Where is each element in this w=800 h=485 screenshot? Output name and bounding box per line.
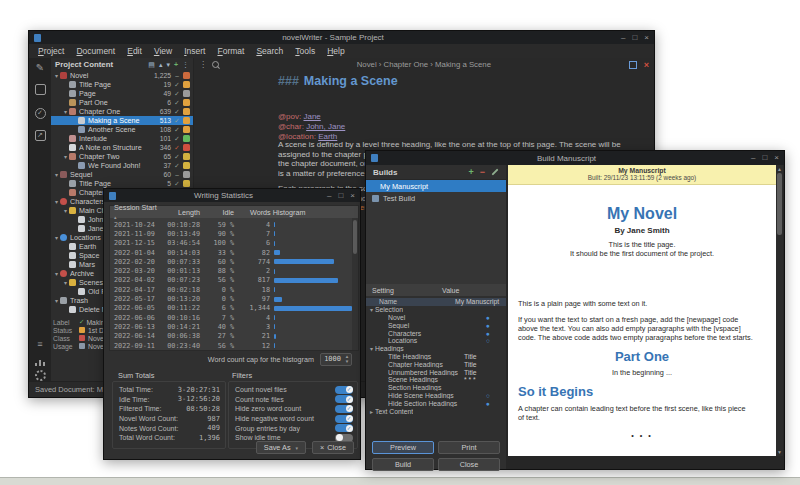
setting-row-sequel[interactable]: Sequel● <box>366 321 506 329</box>
menu-format[interactable]: Format <box>211 46 250 56</box>
preview-button[interactable]: Preview <box>372 441 434 454</box>
menu-document[interactable]: Document <box>70 46 121 56</box>
tree-arrow-icon[interactable]: ▾ <box>53 234 60 241</box>
filter-toggle[interactable]: ✓ <box>335 386 353 394</box>
setting-row-section-headings[interactable]: Section Headings <box>366 384 506 392</box>
stats-titlebar[interactable]: Writing Statistics – □ × <box>104 189 360 202</box>
close-button[interactable]: × <box>774 154 779 162</box>
tree-item-novel[interactable]: ▾Novel1,225– <box>51 71 193 80</box>
print-button[interactable]: Print <box>438 441 500 454</box>
tag-value[interactable]: John, Jane <box>306 122 345 131</box>
build-item-my-manuscript[interactable]: My Manuscript <box>366 180 506 192</box>
remove-build-icon[interactable]: − <box>480 167 485 177</box>
setting-row-novel[interactable]: Novel● <box>366 314 506 322</box>
spinner-arrows-icon[interactable]: ▲▼ <box>343 354 351 364</box>
move-up-icon[interactable]: ▴ <box>159 61 163 69</box>
tree-arrow-icon[interactable]: ▾ <box>53 270 60 277</box>
bookmark-icon[interactable]: ▤ <box>148 61 155 69</box>
tree-item-we-found-john-[interactable]: We Found John!37✓ <box>51 161 193 170</box>
filter-toggle[interactable]: ✓ <box>335 405 353 413</box>
close-button[interactable]: × <box>350 192 355 200</box>
column-header-length[interactable]: Length <box>160 208 200 217</box>
maximize-button[interactable]: □ <box>762 154 767 162</box>
tree-item-chapter-two[interactable]: ▾Chapter Two65✓ <box>51 152 193 161</box>
scroll-down-icon[interactable]: ▼ <box>776 449 783 455</box>
project-docs-icon[interactable] <box>29 84 51 98</box>
group-arrow-icon[interactable]: ▾ <box>370 345 373 352</box>
editor-mode-icon[interactable]: ✎ <box>29 62 51 74</box>
move-down-icon[interactable]: ▾ <box>166 61 170 69</box>
group-arrow-icon[interactable]: ▸ <box>370 408 373 415</box>
preview-scrollbar[interactable]: ▲ ▼ <box>776 165 783 456</box>
edit-build-icon[interactable] <box>491 168 498 175</box>
tree-arrow-icon[interactable]: ▾ <box>53 171 60 178</box>
menu-project[interactable]: Project <box>32 46 70 56</box>
filter-toggle[interactable]: ✓ <box>335 415 353 423</box>
tree-item-another-scene[interactable]: Another Scene108✓ <box>51 125 193 134</box>
setting-row-scene-headings[interactable]: Scene Headings* * * <box>366 376 506 384</box>
setting-row-name[interactable]: NameMy Manuscript <box>366 298 506 306</box>
filter-toggle[interactable]: ✓ <box>335 424 353 432</box>
tree-menu-icon[interactable]: ⋮ <box>182 61 189 69</box>
add-build-icon[interactable]: + <box>468 167 473 177</box>
tree-item-interlude[interactable]: Interlude101✓ <box>51 134 193 143</box>
setting-row-headings[interactable]: ▾ Headings <box>366 345 506 353</box>
export-icon[interactable]: ↗ <box>29 128 51 141</box>
setting-row-locations[interactable]: Locations○ <box>366 337 506 345</box>
menu-search[interactable]: Search <box>250 46 289 56</box>
tree-arrow-icon[interactable]: ▾ <box>62 108 69 115</box>
novel-view-icon[interactable]: ✓ <box>29 106 51 119</box>
tree-item-title-page[interactable]: Title Page5✓ <box>51 179 193 188</box>
menu-insert[interactable]: Insert <box>178 46 211 56</box>
menu-edit[interactable]: Edit <box>121 46 148 56</box>
maximize-button[interactable]: □ <box>632 34 637 42</box>
close-build-button[interactable]: Close <box>438 458 500 471</box>
expand-editor-icon[interactable] <box>629 61 637 69</box>
tree-item-chapter-one[interactable]: ▾Chapter One639✓ <box>51 107 193 116</box>
tree-item-sequel[interactable]: ▾Sequel60– <box>51 170 193 179</box>
main-titlebar[interactable]: novelWriter - Sample Project – □ × <box>29 31 654 44</box>
tree-arrow-icon[interactable]: ▾ <box>53 198 60 205</box>
setting-row-characters[interactable]: Characters● <box>366 329 506 337</box>
maximize-button[interactable]: □ <box>338 192 343 200</box>
add-item-icon[interactable]: + <box>174 61 178 68</box>
build-item-test-build[interactable]: Test Build <box>366 192 506 204</box>
menu-help[interactable]: Help <box>321 46 350 56</box>
setting-row-selection[interactable]: ▾ Selection <box>366 306 506 314</box>
tree-item-title-page[interactable]: Title Page19✓ <box>51 80 193 89</box>
menu-tools[interactable]: Tools <box>289 46 321 56</box>
setting-row-hide-section-headings[interactable]: Hide Section Headings● <box>366 399 506 407</box>
sessions-scrollbar[interactable] <box>352 218 358 350</box>
sessions-table-header[interactable]: Session Start ▴LengthIdleWords Histogram <box>110 206 358 218</box>
histogram-cap-spinbox[interactable]: 1000 ▲▼ <box>320 353 352 366</box>
group-arrow-icon[interactable]: ▾ <box>370 306 373 313</box>
setting-row-unnumbered-headings[interactable]: Unnumbered HeadingsTitle <box>366 368 506 376</box>
minimize-button[interactable]: – <box>751 154 755 162</box>
tree-arrow-icon[interactable]: ▾ <box>62 207 69 214</box>
close-button[interactable]: × <box>644 34 649 42</box>
save-as-button[interactable]: Save As▾ <box>256 441 306 454</box>
build-titlebar[interactable]: Build Manuscript – □ × <box>366 151 784 165</box>
minimize-button[interactable]: – <box>621 34 625 42</box>
tree-item-part-one[interactable]: Part One6✓ <box>51 98 193 107</box>
setting-row-title-headings[interactable]: Title HeadingsTitle <box>366 353 506 361</box>
editor-menu-icon[interactable]: ⋮ <box>199 60 207 69</box>
tree-arrow-icon[interactable]: ▾ <box>53 72 60 79</box>
close-stats-button[interactable]: ×Close <box>312 441 354 454</box>
scroll-up-icon[interactable]: ▲ <box>776 166 783 172</box>
details-list-icon[interactable]: ≡ <box>29 338 51 350</box>
tree-item-making-a-scene[interactable]: Making a Scene513✓ <box>51 116 193 125</box>
setting-row-chapter-headings[interactable]: Chapter HeadingsTitle <box>366 360 506 368</box>
minimize-button[interactable]: – <box>327 192 331 200</box>
tree-arrow-icon[interactable]: ▾ <box>62 279 69 286</box>
column-header-idle[interactable]: Idle <box>200 208 234 217</box>
close-document-icon[interactable]: × <box>644 60 649 70</box>
tree-item-page[interactable]: Page49✓ <box>51 89 193 98</box>
build-button[interactable]: Build <box>372 458 434 471</box>
setting-row-text-content[interactable]: ▸ Text Content <box>366 407 506 415</box>
tree-arrow-icon[interactable]: ▾ <box>53 297 60 304</box>
column-header-words-histogram[interactable]: Words Histogram <box>250 208 305 217</box>
tree-item-a-note-on-structure[interactable]: A Note on Structure346✓ <box>51 143 193 152</box>
setting-row-hide-scene-headings[interactable]: Hide Scene Headings○ <box>366 392 506 400</box>
tag-value[interactable]: Jane <box>303 112 320 121</box>
